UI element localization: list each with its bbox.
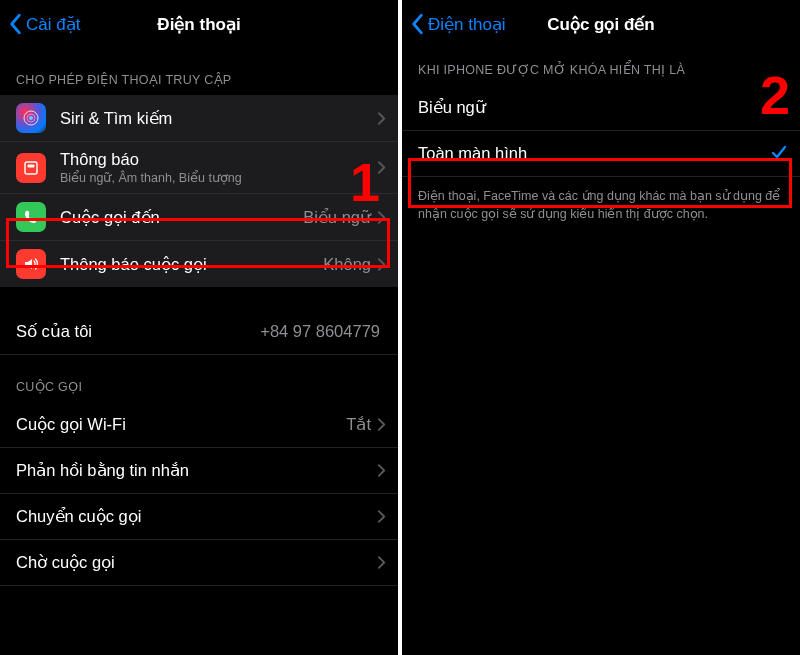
row-respond-text[interactable]: Phản hồi bằng tin nhắn bbox=[0, 448, 398, 494]
row-wifi-calling[interactable]: Cuộc gọi Wi-Fi Tắt bbox=[0, 402, 398, 448]
svg-rect-4 bbox=[28, 164, 35, 167]
chevron-left-icon bbox=[8, 13, 22, 35]
row-option-banner[interactable]: Biểu ngữ bbox=[402, 85, 800, 131]
row-detail: Tắt bbox=[346, 415, 371, 434]
navbar: Cài đặt Điện thoại bbox=[0, 0, 398, 48]
row-label: Thông báo cuộc gọi bbox=[60, 255, 323, 274]
chevron-right-icon bbox=[377, 257, 386, 272]
back-label: Cài đặt bbox=[26, 14, 80, 35]
section-header-display: KHI IPHONE ĐƯỢC MỞ KHÓA HIỂN THỊ LÀ bbox=[402, 48, 800, 85]
chevron-right-icon bbox=[377, 160, 386, 175]
siri-icon bbox=[16, 103, 46, 133]
row-detail: +84 97 8604779 bbox=[260, 322, 380, 341]
row-announce-calls[interactable]: Thông báo cuộc gọi Không bbox=[0, 241, 398, 287]
page-title: Điện thoại bbox=[157, 14, 240, 35]
chevron-left-icon bbox=[410, 13, 424, 35]
row-sublabel: Biểu ngữ, Âm thanh, Biểu tượng bbox=[60, 170, 377, 185]
row-notifications[interactable]: Thông báo Biểu ngữ, Âm thanh, Biểu tượng bbox=[0, 142, 398, 194]
row-label: Siri & Tìm kiếm bbox=[60, 109, 377, 128]
group-allow-access: Siri & Tìm kiếm Thông báo Biểu ngữ, Âm t… bbox=[0, 95, 398, 287]
row-label: Chờ cuộc gọi bbox=[16, 553, 377, 572]
back-label: Điện thoại bbox=[428, 14, 506, 35]
row-detail: Không bbox=[323, 255, 371, 274]
notification-icon bbox=[16, 153, 46, 183]
spacer bbox=[0, 287, 398, 309]
chevron-right-icon bbox=[377, 111, 386, 126]
chevron-right-icon bbox=[377, 463, 386, 478]
row-label: Cuộc gọi Wi-Fi bbox=[16, 415, 346, 434]
chevron-right-icon bbox=[377, 210, 386, 225]
phone-settings-screen: Cài đặt Điện thoại CHO PHÉP ĐIỆN THOẠI T… bbox=[0, 0, 398, 655]
phone-icon bbox=[16, 202, 46, 232]
row-label: Cuộc gọi đến bbox=[60, 208, 303, 227]
row-detail: Biểu ngữ bbox=[303, 208, 371, 227]
row-label: Chuyển cuộc gọi bbox=[16, 507, 377, 526]
section-header-calls: CUỘC GỌI bbox=[0, 355, 398, 402]
svg-rect-3 bbox=[25, 162, 37, 174]
row-call-waiting[interactable]: Chờ cuộc gọi bbox=[0, 540, 398, 586]
option-label: Toàn màn hình bbox=[418, 144, 770, 163]
chevron-right-icon bbox=[377, 417, 386, 432]
row-my-number[interactable]: Số của tôi +84 97 8604779 bbox=[0, 309, 398, 355]
option-label: Biểu ngữ bbox=[418, 98, 788, 117]
check-icon bbox=[770, 143, 788, 165]
chevron-right-icon bbox=[377, 555, 386, 570]
phone-incoming-screen: Điện thoại Cuộc gọi đến KHI IPHONE ĐƯỢC … bbox=[402, 0, 800, 655]
row-option-fullscreen[interactable]: Toàn màn hình bbox=[402, 131, 800, 177]
row-siri-search[interactable]: Siri & Tìm kiếm bbox=[0, 95, 398, 142]
chevron-right-icon bbox=[377, 509, 386, 524]
speaker-icon bbox=[16, 249, 46, 279]
row-label: Thông báo bbox=[60, 150, 377, 169]
row-call-forwarding[interactable]: Chuyển cuộc gọi bbox=[0, 494, 398, 540]
svg-point-2 bbox=[29, 116, 33, 120]
row-label: Phản hồi bằng tin nhắn bbox=[16, 461, 377, 480]
page-title: Cuộc gọi đến bbox=[547, 14, 654, 35]
section-header-allow: CHO PHÉP ĐIỆN THOẠI TRUY CẬP bbox=[0, 48, 398, 95]
back-button[interactable]: Cài đặt bbox=[8, 13, 80, 35]
footer-note: Điện thoại, FaceTime và các ứng dụng khá… bbox=[402, 177, 800, 233]
row-incoming-calls[interactable]: Cuộc gọi đến Biểu ngữ bbox=[0, 194, 398, 241]
back-button[interactable]: Điện thoại bbox=[410, 13, 506, 35]
row-label: Số của tôi bbox=[16, 322, 260, 341]
navbar: Điện thoại Cuộc gọi đến bbox=[402, 0, 800, 48]
